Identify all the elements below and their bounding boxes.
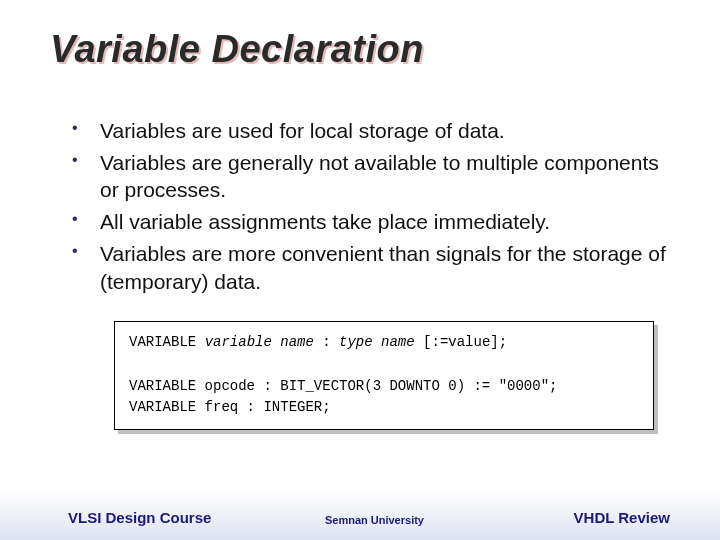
bullet-item: Variables are used for local storage of … bbox=[72, 117, 670, 145]
code-text: : bbox=[314, 334, 339, 350]
bullet-item: Variables are generally not available to… bbox=[72, 149, 670, 204]
footer-left: VLSI Design Course bbox=[68, 509, 211, 526]
slide: Variable Declaration Variables are used … bbox=[0, 0, 720, 540]
bullet-list: Variables are used for local storage of … bbox=[50, 117, 670, 295]
code-keyword: VARIABLE bbox=[129, 334, 205, 350]
slide-title: Variable Declaration bbox=[50, 28, 670, 71]
code-italic: type name bbox=[339, 334, 415, 350]
code-line-2: VARIABLE opcode : BIT_VECTOR(3 DOWNTO 0)… bbox=[129, 378, 557, 394]
footer-center: Semnan University bbox=[325, 514, 424, 526]
bullet-item: All variable assignments take place imme… bbox=[72, 208, 670, 236]
code-content: VARIABLE variable name : type name [:=va… bbox=[114, 321, 654, 430]
footer-right: VHDL Review bbox=[574, 509, 670, 526]
footer: VLSI Design Course Semnan University VHD… bbox=[0, 509, 720, 526]
code-text: [:=value]; bbox=[415, 334, 507, 350]
bullet-item: Variables are more convenient than signa… bbox=[72, 240, 670, 295]
code-line-3: VARIABLE freq : INTEGER; bbox=[129, 399, 331, 415]
code-box: VARIABLE variable name : type name [:=va… bbox=[114, 321, 654, 430]
code-italic: variable name bbox=[205, 334, 314, 350]
code-line-1: VARIABLE variable name : type name [:=va… bbox=[129, 334, 507, 350]
